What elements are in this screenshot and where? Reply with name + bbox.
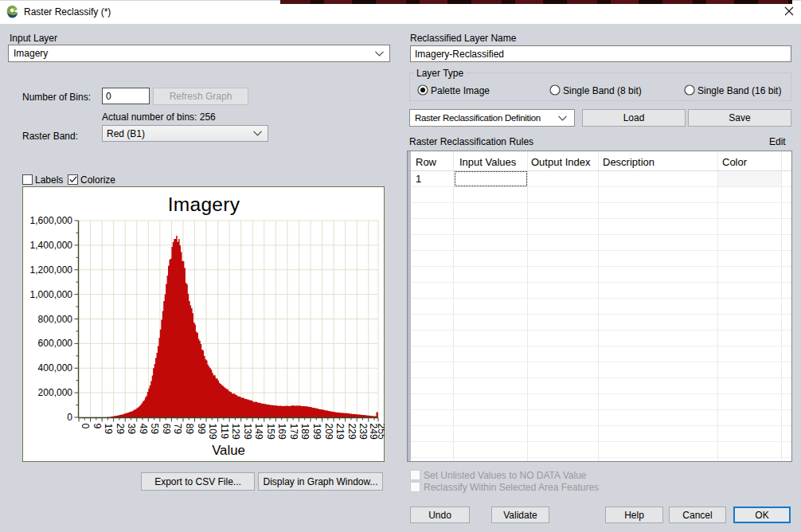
svg-text:200,000: 200,000 — [38, 387, 73, 398]
svg-text:255: 255 — [376, 424, 385, 440]
svg-text:800,000: 800,000 — [38, 314, 73, 325]
svg-text:Value: Value — [212, 443, 245, 458]
svg-text:179: 179 — [288, 424, 299, 440]
svg-text:89: 89 — [184, 424, 195, 435]
svg-text:109: 109 — [207, 424, 218, 440]
svg-text:79: 79 — [172, 424, 183, 435]
svg-text:600,000: 600,000 — [38, 338, 73, 349]
svg-text:29: 29 — [115, 424, 126, 435]
svg-text:400,000: 400,000 — [38, 362, 73, 374]
svg-text:59: 59 — [149, 424, 160, 435]
svg-text:219: 219 — [334, 424, 346, 440]
svg-text:39: 39 — [126, 424, 137, 435]
svg-text:239: 239 — [358, 424, 369, 440]
svg-text:99: 99 — [196, 424, 207, 435]
svg-text:1,200,000: 1,200,000 — [30, 264, 73, 276]
svg-text:209: 209 — [323, 424, 334, 440]
svg-text:1,600,000: 1,600,000 — [30, 215, 73, 226]
svg-text:9: 9 — [92, 424, 103, 429]
svg-text:129: 129 — [230, 424, 241, 440]
svg-text:159: 159 — [265, 424, 276, 440]
svg-text:19: 19 — [103, 424, 114, 435]
svg-text:189: 189 — [299, 424, 311, 440]
svg-text:139: 139 — [242, 424, 253, 440]
svg-text:49: 49 — [138, 424, 149, 435]
svg-text:69: 69 — [161, 424, 172, 435]
svg-text:229: 229 — [346, 424, 358, 440]
svg-text:1,400,000: 1,400,000 — [30, 240, 73, 251]
svg-text:0: 0 — [67, 412, 72, 423]
svg-text:Imagery: Imagery — [168, 194, 240, 215]
svg-text:119: 119 — [219, 424, 230, 440]
svg-text:0: 0 — [80, 424, 91, 429]
svg-text:169: 169 — [276, 424, 287, 440]
svg-text:1,000,000: 1,000,000 — [30, 289, 73, 300]
svg-text:199: 199 — [311, 424, 322, 440]
svg-text:149: 149 — [253, 424, 264, 440]
